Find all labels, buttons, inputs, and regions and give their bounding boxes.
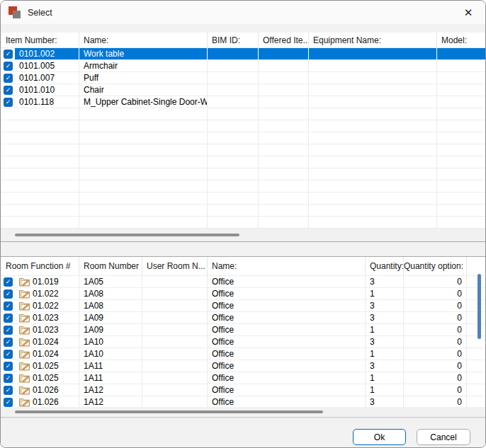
- items-table-empty-row[interactable]: [1, 144, 486, 156]
- cell: 1A11: [79, 360, 142, 372]
- rooms-table-row[interactable]: ✓01.0231A09Office30: [1, 312, 486, 324]
- folder-edit-icon: [19, 350, 30, 359]
- rooms-hscrollbar-thumb[interactable]: [15, 410, 323, 413]
- cell: [437, 120, 486, 132]
- row-checkbox[interactable]: ✓: [4, 338, 13, 347]
- rooms-table-row[interactable]: ✓01.0231A09Office10: [1, 324, 486, 336]
- items-table-row[interactable]: ✓0101.007Puff: [1, 72, 486, 84]
- items-table-row[interactable]: ✓0101.005Armchair: [1, 60, 486, 72]
- checkbox-cell: ✓: [1, 48, 15, 60]
- row-checkbox[interactable]: ✓: [4, 62, 13, 71]
- column-header-bim-id[interactable]: BIM ID:: [208, 33, 259, 47]
- column-header-quantity[interactable]: Quantity:: [366, 257, 404, 275]
- cell: 3: [366, 336, 404, 348]
- items-table-empty-row[interactable]: [1, 193, 486, 205]
- close-icon[interactable]: ✕: [457, 1, 480, 24]
- cell: 1A09: [79, 324, 142, 335]
- checkbox-cell: [1, 108, 15, 120]
- cell: [208, 72, 259, 84]
- cell: [259, 217, 309, 228]
- items-table-empty-row[interactable]: [1, 156, 486, 168]
- cell: [208, 180, 259, 192]
- column-header-equipment-name[interactable]: Equipment Name:: [309, 33, 437, 47]
- rooms-table-row[interactable]: ✓01.0221A08Office30: [1, 300, 486, 312]
- items-hscrollbar-track[interactable]: [1, 229, 486, 241]
- cell: [79, 205, 208, 216]
- row-checkbox[interactable]: ✓: [4, 86, 13, 95]
- checkbox-cell: ✓: [1, 96, 15, 108]
- row-checkbox[interactable]: ✓: [4, 277, 13, 287]
- items-table-row[interactable]: ✓0101.002Work table: [1, 48, 486, 60]
- column-header-quantity-option[interactable]: Quantity option:: [404, 257, 467, 275]
- items-table-empty-row[interactable]: [1, 180, 486, 193]
- column-header-name[interactable]: Name:: [79, 33, 208, 47]
- cell: [142, 300, 208, 311]
- select-dialog: Select ✕ Item Number: Name: BIM ID: Offe…: [0, 0, 486, 448]
- rooms-table-row[interactable]: ✓01.0221A08Office10: [1, 288, 486, 300]
- row-checkbox[interactable]: ✓: [4, 350, 13, 359]
- cell: 3: [366, 396, 404, 408]
- column-header-room-function[interactable]: Room Function #: [1, 257, 79, 275]
- cell: [467, 384, 486, 396]
- cell: 0: [404, 300, 467, 311]
- cell: [467, 276, 486, 287]
- checkbox-cell: ✓: [1, 372, 15, 384]
- checkbox-cell: [1, 120, 15, 132]
- cell: [79, 180, 208, 192]
- row-cells: 01.0251A11Office30: [15, 360, 486, 372]
- items-table-empty-row[interactable]: [1, 217, 486, 229]
- row-checkbox[interactable]: ✓: [4, 326, 13, 335]
- cell: [437, 48, 486, 59]
- column-header-model[interactable]: Model:: [437, 33, 486, 47]
- cell: [467, 348, 486, 360]
- items-table-row[interactable]: ✓0101.010Chair: [1, 84, 486, 96]
- row-checkbox[interactable]: ✓: [4, 289, 13, 299]
- rooms-table-row[interactable]: ✓01.0191A05Office30: [1, 276, 486, 288]
- items-table-empty-row[interactable]: [1, 168, 486, 180]
- row-checkbox[interactable]: ✓: [4, 314, 13, 323]
- items-table-empty-row[interactable]: [1, 120, 486, 132]
- row-checkbox[interactable]: ✓: [4, 98, 13, 107]
- rooms-table: Room Function # Room Number User Room N.…: [1, 256, 486, 418]
- row-cells: 0101.010Chair: [15, 84, 486, 96]
- rooms-vscrollbar-thumb[interactable]: [477, 274, 481, 339]
- items-table-empty-row[interactable]: [1, 108, 486, 120]
- rooms-table-row[interactable]: ✓01.0261A12Office10: [1, 384, 486, 396]
- row-checkbox[interactable]: ✓: [4, 386, 13, 395]
- column-header-offered-item[interactable]: Offered Ite...: [259, 33, 309, 47]
- column-header-user-room-name[interactable]: User Room N...: [142, 257, 208, 275]
- row-checkbox[interactable]: ✓: [4, 374, 13, 383]
- items-table-empty-row[interactable]: [1, 205, 486, 217]
- items-table-row[interactable]: ✓0101.118M_Upper Cabinet-Single Door-W..…: [1, 96, 486, 108]
- column-header-room-name[interactable]: Name:: [208, 257, 366, 275]
- cell: 01.025: [15, 372, 79, 384]
- cell: [467, 336, 486, 348]
- ok-button[interactable]: Ok: [353, 429, 406, 445]
- row-cells: 01.0191A05Office30: [15, 276, 486, 288]
- rooms-table-row[interactable]: ✓01.0251A11Office30: [1, 360, 486, 372]
- rooms-table-row[interactable]: ✓01.0241A10Office30: [1, 336, 486, 348]
- cell: [467, 372, 486, 384]
- rooms-table-row[interactable]: ✓01.0251A11Office10: [1, 372, 486, 384]
- items-table-empty-row[interactable]: [1, 132, 486, 144]
- cell: [309, 108, 437, 120]
- row-checkbox[interactable]: ✓: [4, 50, 13, 59]
- cell: [208, 144, 259, 156]
- row-cells: 01.0251A11Office10: [15, 372, 486, 384]
- cell: [15, 205, 79, 216]
- row-checkbox[interactable]: ✓: [4, 301, 13, 311]
- cell: [259, 120, 309, 132]
- column-header-room-number[interactable]: Room Number: [79, 257, 142, 275]
- cancel-button[interactable]: Cancel: [417, 429, 470, 445]
- row-cells: 0101.002Work table: [15, 48, 486, 60]
- row-checkbox[interactable]: ✓: [4, 74, 13, 83]
- row-checkbox[interactable]: ✓: [4, 398, 13, 407]
- rooms-table-row[interactable]: ✓01.0241A10Office10: [1, 348, 486, 360]
- column-header-item-number[interactable]: Item Number:: [1, 33, 79, 47]
- row-cells: [15, 168, 486, 180]
- items-hscrollbar-thumb[interactable]: [15, 234, 239, 236]
- row-checkbox[interactable]: ✓: [4, 362, 13, 371]
- cell: 1A05: [79, 276, 142, 287]
- rooms-hscrollbar-track[interactable]: [1, 407, 486, 417]
- cell: [208, 168, 259, 180]
